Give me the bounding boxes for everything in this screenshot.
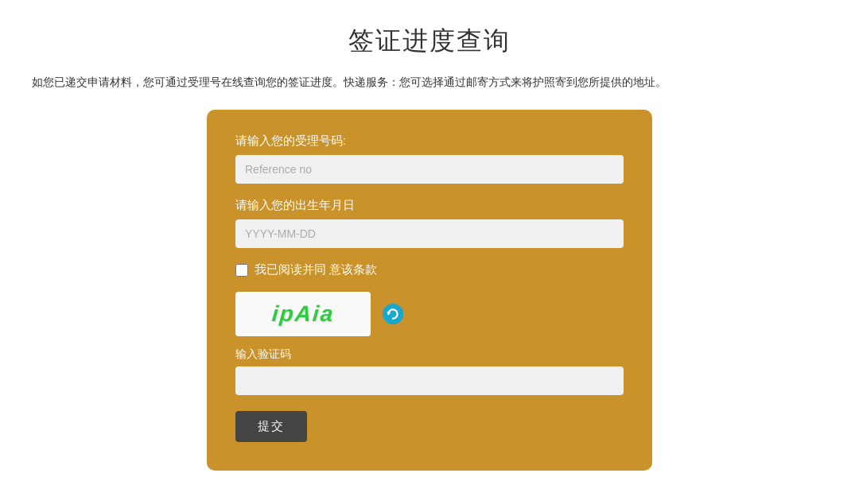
- captcha-image: ipAia: [235, 292, 371, 336]
- captcha-input-label: 输入验证码: [235, 347, 624, 362]
- captcha-refresh-button[interactable]: [380, 301, 406, 327]
- terms-checkbox[interactable]: [235, 264, 248, 277]
- reference-label: 请输入您的受理号码:: [235, 134, 624, 149]
- captcha-text: ipAia: [270, 301, 335, 327]
- page-title: 签证进度查询: [32, 24, 827, 59]
- terms-label: 我已阅读并同 意该条款: [255, 262, 377, 277]
- form-card: 请输入您的受理号码: 请输入您的出生年月日 我已阅读并同 意该条款 ipAia …: [207, 110, 652, 471]
- submit-button[interactable]: 提交: [235, 411, 307, 442]
- svg-point-0: [383, 304, 403, 324]
- dob-input[interactable]: [235, 219, 624, 248]
- page-description: 如您已递交申请材料，您可通过受理号在线查询您的签证进度。快递服务：您可选择通过邮…: [32, 73, 827, 91]
- terms-checkbox-group: 我已阅读并同 意该条款: [235, 262, 624, 277]
- captcha-row: ipAia: [235, 292, 624, 336]
- reference-field-group: 请输入您的受理号码:: [235, 134, 624, 184]
- dob-label: 请输入您的出生年月日: [235, 198, 624, 213]
- dob-field-group: 请输入您的出生年月日: [235, 198, 624, 248]
- reference-input[interactable]: [235, 155, 624, 184]
- captcha-input[interactable]: [235, 366, 624, 395]
